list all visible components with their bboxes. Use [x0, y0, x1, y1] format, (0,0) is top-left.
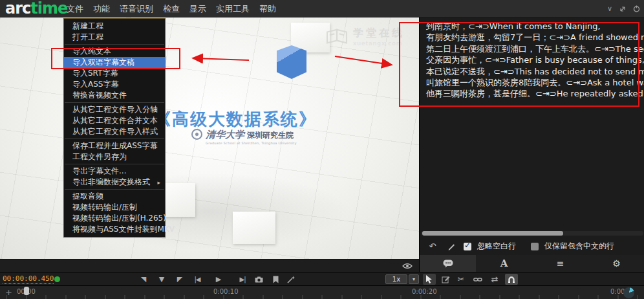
gear-icon: ⚙	[612, 258, 621, 269]
file-menu-item[interactable]	[65, 164, 164, 164]
tab-subtitles[interactable]	[420, 255, 476, 272]
file-menu-item[interactable]	[65, 189, 164, 190]
menu-item[interactable]: 文件	[67, 3, 83, 15]
scissors-icon: ✂	[458, 274, 465, 284]
subtitle-line: 本已说定不送我，⊂⇥⊃This has decided not to send …	[426, 66, 644, 77]
file-menu-item[interactable]: 新建工程	[64, 21, 165, 32]
resize-icon[interactable]	[619, 6, 626, 12]
pencil-box-icon	[442, 275, 450, 283]
cut-tool[interactable]: ✂	[455, 272, 467, 286]
file-menu-item-label: 替换音视频文件	[72, 90, 127, 101]
magnet-tool[interactable]	[505, 274, 518, 285]
file-menu-item[interactable]: 导出字幕文件...	[64, 166, 165, 177]
undo-button[interactable]: ↶	[426, 241, 439, 252]
tsinghua-emblem-icon	[191, 129, 202, 140]
horizontal-scrollbar-track[interactable]	[421, 231, 643, 236]
duration-pie-icon[interactable]	[623, 287, 634, 298]
eye-icon[interactable]	[402, 263, 413, 269]
play-icon[interactable]: ▶	[213, 272, 224, 286]
file-menu-item[interactable]: 从其它工程文件导入样式	[64, 126, 165, 137]
magic-wand-icon[interactable]	[286, 272, 296, 286]
menu-item[interactable]: 帮助	[259, 3, 276, 15]
menu-item[interactable]: 检查	[163, 3, 180, 15]
timecode-display[interactable]: 00:00:00.450	[3, 274, 54, 284]
speed-dropdown-icon[interactable]: ▾	[409, 274, 419, 284]
link-icon	[473, 276, 482, 283]
ignore-blank-lines-label: 忽略空白行	[477, 241, 516, 252]
file-menu-item[interactable]: 从其它工程文件合并文本	[64, 115, 165, 126]
zoom-in-button[interactable]: +	[5, 287, 12, 297]
menu-item[interactable]: 语音识别	[120, 3, 153, 15]
xuetangx-watermark: 学堂在线 xuetangx.com	[325, 27, 405, 47]
file-menu-item[interactable]: 导入双语字幕文稿	[64, 57, 165, 68]
file-menu-item-label: 提取音频	[72, 191, 103, 202]
file-menu-item[interactable]: 打开工程	[64, 32, 165, 43]
only-chinese-lines-checkbox[interactable]	[531, 243, 539, 250]
university-name: 清华大学	[206, 129, 244, 141]
file-menu-item[interactable]: 从其它工程文件导入分轴	[64, 104, 165, 115]
edit-tool[interactable]	[440, 272, 451, 286]
logo-caption: Graduate School at Shenzhen, Tsinghua Un…	[206, 141, 297, 145]
file-menu-item[interactable]: 将视频与ASS文件封装到MKV	[64, 224, 165, 235]
magnet-icon	[508, 276, 515, 283]
file-menu-item[interactable]: 导入ASS字幕	[64, 79, 165, 90]
font-style-icon: A	[500, 258, 508, 269]
ignore-blank-lines-checkbox[interactable]	[464, 243, 471, 250]
file-menu-item[interactable]: 保存工程并生成ASS字幕	[64, 140, 165, 151]
camera-icon[interactable]	[253, 272, 264, 286]
subtitle-edge-right-icon[interactable]: ◤	[175, 272, 185, 286]
swap-arrows-icon: ⇄	[491, 274, 499, 284]
horizontal-scrollbar-thumb[interactable]	[422, 231, 563, 236]
bookmark-icon[interactable]	[272, 272, 279, 286]
file-menu-item[interactable]: 提取音频	[64, 191, 165, 202]
skip-end-icon[interactable]: ▶|	[235, 272, 250, 286]
pointer-tool[interactable]	[423, 274, 436, 285]
edit-button[interactable]	[445, 241, 458, 252]
playback-speed-select[interactable]: 1x	[385, 274, 407, 284]
tab-styles[interactable]: A	[476, 255, 532, 272]
file-menu-item-label: 打开工程	[72, 32, 103, 43]
pencil-icon	[447, 243, 455, 250]
file-menu-item[interactable]	[65, 44, 164, 45]
file-menu-item[interactable]: 导入纯文本	[64, 46, 165, 57]
file-menu-item[interactable]: 替换音视频文件	[64, 90, 165, 101]
file-menu-item-label: 从其它工程文件合并文本	[72, 115, 158, 126]
swap-tool[interactable]: ⇄	[489, 272, 500, 286]
file-menu-item[interactable]	[65, 138, 164, 139]
file-menu-item[interactable]: 视频转码输出/压制(H.265)	[64, 213, 165, 224]
subtitle-line: 第二日上午便须渡江到浦口，下午上车北去。⊂⇥⊃The seco	[426, 43, 644, 54]
video-course-title: 《高级大数据系统》	[154, 108, 317, 131]
subtitle-line: 到南京时，⊂⇥⊃When it comes to Nanjing,	[426, 21, 644, 32]
file-menu-item-label: 视频转码输出/压制(H.265)	[72, 213, 166, 224]
file-menu-item[interactable]: 导入SRT字幕	[64, 68, 165, 79]
file-menu-item[interactable]: 视频转码输出/压制	[64, 202, 165, 213]
playhead-handle[interactable]	[24, 287, 29, 295]
list-icon: ≡	[557, 258, 564, 269]
power-icon[interactable]	[633, 5, 640, 12]
status-dot	[54, 276, 60, 282]
tab-settings[interactable]: ⚙	[588, 255, 644, 272]
subtitle-line: 有朋友约去游逛，勾留7了一日；⊂⇥⊃A friend showed me a	[426, 32, 644, 43]
file-menu-item-label: 导入双语字幕文稿	[72, 57, 134, 68]
menu-items: 文件功能语音识别检查显示实用工具帮助	[67, 0, 276, 17]
skip-start-icon[interactable]: |◀	[190, 272, 204, 286]
file-menu-item-label: 导入ASS字幕	[72, 79, 118, 90]
menu-item[interactable]: 显示	[189, 3, 206, 15]
timeline-ruler[interactable]: + 00:000:00:100:00:200:00:	[0, 285, 644, 299]
menu-item[interactable]: 实用工具	[216, 3, 250, 15]
file-menu-item[interactable]	[65, 102, 164, 103]
file-menu-item-label: 导出非编数据交换格式	[72, 177, 150, 188]
subtitle-drop-icon[interactable]: ▼	[156, 272, 167, 286]
subtitle-edge-left-icon[interactable]: ◥	[138, 272, 149, 286]
tab-list[interactable]: ≡	[532, 255, 588, 272]
file-menu-item-label: 新建工程	[72, 21, 103, 32]
only-chinese-lines-label: 仅保留包含中文的行	[544, 241, 614, 252]
window-controls: ∨	[607, 0, 640, 17]
file-menu-item-label: 工程文件另存为	[72, 151, 127, 162]
link-tool[interactable]	[472, 272, 484, 286]
file-menu-item-label: 保存工程并生成ASS字幕	[72, 140, 157, 151]
file-menu-item[interactable]: 工程文件另存为	[64, 151, 165, 162]
chevron-down-icon[interactable]: ∨	[607, 5, 612, 12]
file-menu-item[interactable]: 导出非编数据交换格式	[64, 177, 165, 188]
menu-item[interactable]: 功能	[93, 3, 110, 15]
